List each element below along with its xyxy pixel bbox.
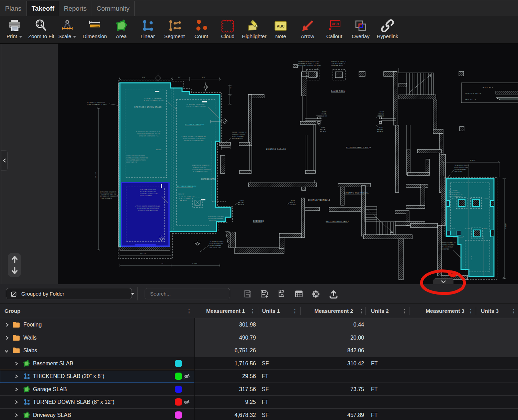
svg-text:EXISTING FOOTING: EXISTING FOOTING: [232, 133, 245, 135]
svg-text:CONCRETE FOOTING WITH: CONCRETE FOOTING WITH: [192, 168, 211, 170]
svg-text:TB NEW FOOTING TO: TB NEW FOOTING TO: [441, 242, 455, 244]
svg-text:W 6X6 10/10 WWM 10-MIL POLY 4": W 6X6 10/10 WWM 10-MIL POLY 4": [183, 138, 206, 140]
svg-text:27'-8 3/4": 27'-8 3/4": [95, 172, 97, 178]
svg-text:WTH 4 #4 REBAR,: WTH 4 #4 REBAR,: [232, 135, 244, 137]
svg-text:5'-10 1/2": 5'-10 1/2": [484, 198, 490, 199]
svg-text:HELICAL: HELICAL: [290, 202, 296, 203]
svg-text:ABC: ABC: [332, 22, 339, 26]
svg-text:24" WIDE X 8" THICK CONC: 24" WIDE X 8" THICK CONC: [100, 195, 118, 197]
svg-text:24" WIDE X 8" THICK CONC: 24" WIDE X 8" THICK CONC: [87, 101, 105, 103]
svg-text:FTG W 3-#4 BARS: FTG W 3-#4 BARS: [100, 197, 112, 199]
svg-text:3'-6 1/2": 3'-6 1/2": [469, 198, 474, 199]
svg-text:30 KIP: 30 KIP: [380, 111, 384, 113]
svg-text:STORAGE / CRAWL SPACE: STORAGE / CRAWL SPACE: [134, 106, 162, 108]
svg-text:EXISTING GARAGE: EXISTING GARAGE: [266, 148, 286, 150]
svg-text:STONE ON COMPACTED FILL: STONE ON COMPACTED FILL: [139, 135, 159, 137]
svg-text:CONC FTG WITH 4 #4: CONC FTG WITH 4 #4: [331, 63, 346, 64]
svg-text:3'-6": 3'-6": [452, 198, 455, 199]
svg-text:NEW WALLS: NEW WALLS: [465, 99, 476, 100]
svg-text:SLAB ON EXISTING: SLAB ON EXISTING: [193, 166, 206, 168]
svg-text:WTH 4 #4 REBAR,: WTH 4 #4 REBAR,: [441, 246, 453, 248]
svg-text:GROUTED PIERS: GROUTED PIERS: [449, 191, 460, 193]
svg-text:FUTURE EXPANSION: FUTURE EXPANSION: [177, 185, 196, 187]
svg-text:EXISTING WALLS: EXISTING WALLS: [465, 92, 481, 94]
svg-text:SEE DETAIL: SEE DETAIL: [454, 170, 463, 172]
svg-text:REBAR EACH WAY: REBAR EACH WAY: [331, 65, 344, 66]
svg-text:EXERCISE: EXERCISE: [253, 220, 264, 222]
svg-text:ABC: ABC: [277, 24, 285, 28]
svg-text:TB NEW FOOTING TO: TB NEW FOOTING TO: [454, 164, 469, 166]
svg-text:12'-6": 12'-6": [202, 76, 206, 78]
svg-text:24" WIDE x 8" THICK CONC: 24" WIDE x 8" THICK CONC: [187, 103, 204, 105]
svg-text:FOUNDATION WALL PERMITTED: FOUNDATION WALL PERMITTED: [126, 157, 148, 159]
svg-text:ANCHOR: ANCHOR: [290, 204, 296, 206]
svg-text:WITH 2 #4 REBAR: WITH 2 #4 REBAR: [179, 198, 191, 199]
svg-text:TB NEW FOOTING TO: TB NEW FOOTING TO: [232, 131, 246, 133]
svg-text:26"X 26"X12" CONC FTG: 26"X 26"X12" CONC FTG: [208, 216, 224, 218]
svg-text:30 KIP: 30 KIP: [321, 126, 326, 128]
svg-text:EXISTING VESTIBULE: EXISTING VESTIBULE: [308, 199, 330, 201]
svg-text:TB NEW FOOTING TO: TB NEW FOOTING TO: [210, 241, 224, 242]
svg-text:STONE ON COMPACTED FILL: STONE ON COMPACTED FILL: [184, 140, 204, 142]
svg-text:10' POURED CONCRETE: 10' POURED CONCRETE: [140, 189, 156, 190]
svg-text:MIN 8" SOLID: MIN 8" SOLID: [449, 189, 458, 191]
svg-text:FITTED IN HT, TO 1/2: FITTED IN HT, TO 1/2: [449, 194, 463, 195]
svg-text:38'-6": 38'-6": [142, 76, 146, 78]
svg-text:2'-4": 2'-4": [462, 235, 465, 237]
svg-text:FTG WITH 4 #4 REBAR: FTG WITH 4 #4 REBAR: [208, 218, 223, 220]
svg-text:EACH WAY: EACH WAY: [209, 220, 217, 222]
svg-text:WHEN UNBALANCED FILL IS: WHEN UNBALANCED FILL IS: [126, 159, 146, 161]
svg-text:STEP DOWN IN CONCRETE: STEP DOWN IN CONCRETE: [126, 155, 145, 157]
svg-text:10' POURED CONCRETE: 10' POURED CONCRETE: [100, 191, 116, 193]
svg-text:24" WIDE X 8" THICK CONC: 24" WIDE X 8" THICK CONC: [140, 193, 158, 195]
svg-text:SLAB W 3-#4 BARS (TYP UNO): SLAB W 3-#4 BARS (TYP UNO): [144, 100, 165, 101]
svg-text:FTG WITH 4 #4 REBAR EACH WAY: FTG WITH 4 #4 REBAR EACH WAY: [298, 65, 321, 66]
svg-text:WTH 4 #4 REBAR,: WTH 4 #4 REBAR,: [210, 245, 222, 246]
svg-text:EXISTING 36"X 36"X 12": EXISTING 36"X 36"X 12": [331, 60, 347, 62]
svg-text:ANCHOR: ANCHOR: [320, 131, 326, 132]
svg-text:STONE ON COMPACTED FILL: STONE ON COMPACTED FILL: [138, 209, 158, 211]
svg-text:30 KIP: 30 KIP: [322, 111, 327, 113]
svg-text:36'-6 3/4": 36'-6 3/4": [140, 253, 146, 255]
svg-text:30 KIP: 30 KIP: [379, 126, 383, 128]
svg-text:24" WIDE x 10" THICKENED: 24" WIDE x 10" THICKENED: [144, 98, 162, 99]
svg-text:UNDERPIN EXISTING FOOTING: UNDERPIN EXISTING FOOTING: [298, 60, 319, 62]
svg-text:EXISTING FAMILY ROOM: EXISTING FAMILY ROOM: [346, 146, 371, 148]
svg-text:HELICAL: HELICAL: [321, 113, 327, 115]
svg-text:W 6X6 10/10 WWM 10-MIL POLY 4": W 6X6 10/10 WWM 10-MIL POLY 4": [137, 133, 160, 135]
svg-text:EXISTING FOOTING: EXISTING FOOTING: [454, 166, 468, 168]
svg-text:32'-6 3/4": 32'-6 3/4": [470, 159, 476, 161]
svg-text:ANCHOR: ANCHOR: [238, 204, 244, 206]
svg-text:24"X24"X12" CONC FTG: 24"X24"X12" CONC FTG: [179, 196, 194, 197]
svg-text:WITH NEW 36"X 36"X 12" CONC: WITH NEW 36"X 36"X 12" CONC: [298, 63, 319, 64]
svg-text:SEE DETAIL 1/S2: SEE DETAIL 1/S2: [210, 247, 221, 248]
svg-text:6'-0 3/4": 6'-0 3/4": [471, 255, 472, 260]
svg-text:WTH 4 #4 REBAR,: WTH 4 #4 REBAR,: [454, 168, 466, 170]
svg-text:EXISTING FOOTING: EXISTING FOOTING: [441, 244, 454, 246]
svg-text:3'-0 3/4": 3'-0 3/4": [465, 228, 471, 230]
svg-text:EACH WAY: EACH WAY: [180, 200, 188, 201]
svg-text:FTG W 3-#4 BARS (TYP UNO): FTG W 3-#4 BARS (TYP UNO): [187, 106, 206, 107]
svg-text:BEAR NEW 4" CONCRETE: BEAR NEW 4" CONCRETE: [192, 164, 210, 166]
svg-text:SEE DETAIL: SEE DETAIL: [441, 248, 449, 250]
svg-text:FOUNDATION WALL ON: FOUNDATION WALL ON: [100, 193, 116, 195]
svg-text:4" THICK 3000 PSI CONCRETE SLA: 4" THICK 3000 PSI CONCRETE SLAB: [135, 205, 160, 207]
svg-text:EXISTING WINE VAULT: EXISTING WINE VAULT: [326, 220, 349, 222]
svg-text:LEAST DIMENSION: LEAST DIMENSION: [449, 196, 461, 197]
svg-text:HELICAL: HELICAL: [378, 113, 384, 115]
svg-text:30 KIP: 30 KIP: [291, 200, 295, 201]
svg-text:GAMES ROOM: GAMES ROOM: [331, 90, 346, 92]
svg-text:EXISTING FOOTING: EXISTING FOOTING: [210, 243, 223, 244]
svg-text:6'-4 1/4": 6'-4 1/4": [482, 228, 488, 230]
svg-text:STA 3/4": STA 3/4": [156, 149, 161, 151]
svg-text:FOUNDATION WALL ON: FOUNDATION WALL ON: [140, 191, 156, 192]
svg-text:FTG W 3-#4 BARS: FTG W 3-#4 BARS: [140, 195, 152, 197]
svg-text:39'-5 3/4": 39'-5 3/4": [192, 263, 198, 264]
svg-text:HELICAL: HELICAL: [238, 202, 244, 203]
svg-text:ANCHOR: ANCHOR: [321, 115, 327, 117]
svg-text:2'-0": 2'-0": [230, 86, 232, 89]
svg-text:HELICAL: HELICAL: [377, 129, 383, 130]
svg-text:HELICAL: HELICAL: [320, 129, 326, 130]
svg-text:30 KIP: 30 KIP: [239, 200, 244, 201]
svg-text:WALL KEY: WALL KEY: [483, 87, 493, 89]
